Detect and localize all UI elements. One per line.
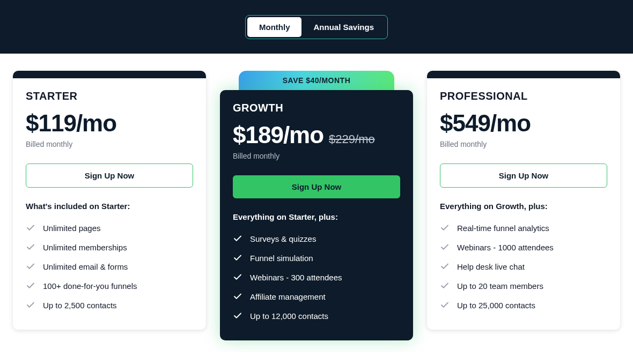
signup-button-starter[interactable]: Sign Up Now [26, 164, 193, 188]
billing-toggle-bar: Monthly Annual Savings [0, 0, 633, 54]
plan-card-growth: GROWTH $189/mo $229/mo Billed monthly Si… [220, 90, 413, 340]
card-stripe [427, 71, 620, 78]
plan-card-professional: PROFESSIONAL $549/mo Billed monthly Sign… [427, 71, 620, 330]
feature-text: Help desk live chat [457, 262, 525, 271]
billing-note: Billed monthly [233, 152, 400, 160]
check-icon [440, 281, 450, 291]
plan-price: $119/mo [26, 110, 116, 137]
card-stripe [13, 71, 206, 78]
feature-item: 100+ done-for-you funnels [26, 276, 193, 295]
check-icon [26, 300, 35, 310]
feature-text: Up to 25,000 contacts [457, 301, 535, 310]
plan-price: $549/mo [440, 110, 531, 137]
toggle-annual[interactable]: Annual Savings [301, 17, 386, 37]
check-icon [440, 242, 450, 252]
feature-text: Funnel simulation [250, 254, 313, 263]
feature-item: Webinars - 1000 attendees [440, 237, 607, 257]
plan-price: $189/mo [233, 122, 323, 148]
check-icon [26, 223, 35, 233]
features-heading: Everything on Starter, plus: [233, 212, 400, 221]
feature-text: Unlimited memberships [43, 243, 127, 252]
feature-item: Unlimited memberships [26, 237, 193, 257]
check-icon [440, 223, 450, 233]
feature-list: Real-time funnel analytics Webinars - 10… [440, 218, 607, 315]
check-icon [233, 234, 242, 243]
plan-name: PROFESSIONAL [440, 90, 607, 102]
feature-list: Surveys & quizzes Funnel simulation Webi… [233, 229, 400, 325]
feature-item: Up to 2,500 contacts [26, 295, 193, 315]
feature-text: Real-time funnel analytics [457, 224, 549, 233]
feature-text: Up to 20 team members [457, 281, 543, 291]
plan-card-starter: STARTER $119/mo Billed monthly Sign Up N… [13, 71, 206, 330]
feature-text: Webinars - 300 attendees [250, 273, 342, 282]
plan-card-growth-wrap: SAVE $40/MONTH GROWTH $189/mo $229/mo Bi… [220, 71, 413, 340]
feature-text: Unlimited email & forms [43, 262, 128, 271]
feature-item: Webinars - 300 attendees [233, 268, 400, 287]
feature-text: Up to 2,500 contacts [43, 301, 117, 310]
feature-item: Up to 20 team members [440, 276, 607, 295]
billing-note: Billed monthly [440, 140, 607, 148]
feature-item: Funnel simulation [233, 248, 400, 268]
check-icon [233, 272, 242, 282]
feature-item: Help desk live chat [440, 257, 607, 276]
signup-button-professional[interactable]: Sign Up Now [440, 164, 607, 188]
plan-old-price: $229/mo [329, 132, 375, 146]
feature-text: Unlimited pages [43, 224, 101, 233]
feature-item: Unlimited email & forms [26, 257, 193, 276]
feature-item: Unlimited pages [26, 218, 193, 237]
feature-item: Affiliate management [233, 287, 400, 306]
check-icon [26, 281, 35, 291]
feature-item: Up to 12,000 contacts [233, 306, 400, 325]
signup-button-growth[interactable]: Sign Up Now [233, 175, 400, 198]
feature-text: 100+ done-for-you funnels [43, 281, 137, 291]
feature-item: Surveys & quizzes [233, 229, 400, 248]
plan-name: GROWTH [233, 102, 400, 114]
features-heading: Everything on Growth, plus: [440, 202, 607, 211]
billing-toggle: Monthly Annual Savings [245, 15, 388, 39]
toggle-monthly[interactable]: Monthly [247, 17, 302, 37]
plan-name: STARTER [26, 90, 193, 102]
billing-note: Billed monthly [26, 140, 193, 148]
check-icon [233, 292, 242, 301]
feature-item: Real-time funnel analytics [440, 218, 607, 237]
check-icon [233, 253, 242, 263]
check-icon [26, 262, 35, 271]
features-heading: What's included on Starter: [26, 202, 193, 211]
pricing-cards: STARTER $119/mo Billed monthly Sign Up N… [0, 54, 633, 352]
feature-item: Up to 25,000 contacts [440, 295, 607, 315]
check-icon [26, 242, 35, 252]
feature-text: Affiliate management [250, 292, 326, 301]
check-icon [233, 311, 242, 321]
check-icon [440, 300, 450, 310]
feature-text: Up to 12,000 contacts [250, 311, 328, 321]
feature-list: Unlimited pages Unlimited memberships Un… [26, 218, 193, 315]
feature-text: Webinars - 1000 attendees [457, 243, 554, 252]
check-icon [440, 262, 450, 271]
feature-text: Surveys & quizzes [250, 234, 316, 243]
